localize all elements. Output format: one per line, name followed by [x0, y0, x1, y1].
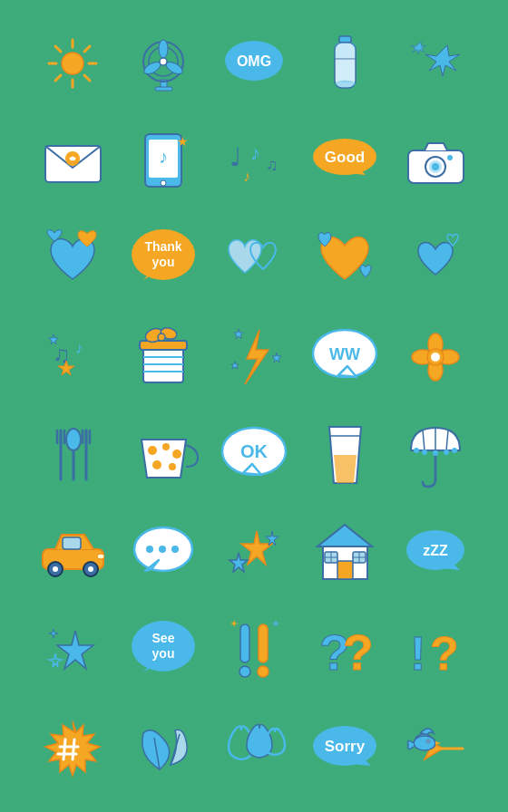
svg-rect-118 — [337, 561, 353, 579]
svg-text:you: you — [151, 255, 174, 269]
cell-bird — [390, 700, 481, 798]
cell-star-sparkle — [27, 602, 118, 700]
svg-text:?: ? — [343, 624, 374, 681]
svg-point-0 — [62, 53, 83, 74]
svg-line-143 — [64, 740, 65, 759]
cell-see-you: See you — [118, 602, 209, 700]
sticker-blue-hearts — [411, 235, 461, 285]
sticker-speech-dots — [132, 524, 195, 583]
svg-line-7 — [84, 46, 90, 52]
cell-water-drops — [209, 700, 299, 798]
cell-hearts-3 — [390, 210, 481, 308]
svg-marker-155 — [435, 741, 441, 745]
sticker-house — [316, 521, 375, 585]
svg-text:WW: WW — [329, 345, 360, 363]
svg-marker-114 — [230, 553, 248, 572]
svg-line-6 — [84, 75, 90, 81]
cell-car — [27, 504, 118, 602]
svg-marker-61 — [234, 329, 243, 339]
sticker-music-notes: ♩ ♪ ♫ ♪ — [225, 134, 284, 188]
cell-hashtag — [27, 700, 118, 798]
cell-question: ? ? — [299, 602, 390, 700]
svg-text:♪: ♪ — [243, 169, 250, 184]
cell-speech-dots — [118, 504, 209, 602]
sticker-sun — [45, 36, 100, 91]
sticker-sparkles — [406, 36, 465, 91]
svg-point-13 — [159, 40, 168, 58]
svg-line-5 — [55, 46, 61, 52]
svg-text:?: ? — [430, 627, 459, 680]
cell-cup — [118, 406, 209, 504]
cell-glass — [299, 406, 390, 504]
cell-ok: OK — [209, 406, 299, 504]
sticker-hashtag-burst — [44, 720, 103, 778]
sticker-notes-star: ♫ ♪ — [44, 328, 103, 387]
svg-line-144 — [73, 740, 74, 759]
svg-rect-20 — [339, 36, 351, 43]
sticker-stars-cluster — [225, 524, 284, 583]
cell-house — [299, 504, 390, 602]
svg-text:♪: ♪ — [250, 141, 260, 164]
sticker-thank-you: Thank you — [130, 227, 198, 291]
svg-point-87 — [169, 463, 176, 470]
cell-heart-orange — [299, 210, 390, 308]
sticker-flower — [411, 333, 461, 382]
cell-thank-you: Thank you — [118, 210, 209, 308]
svg-marker-62 — [272, 353, 281, 362]
svg-point-112 — [171, 546, 179, 553]
cell-tablet: ♪ ★ — [118, 112, 209, 210]
svg-rect-136 — [259, 624, 268, 662]
svg-rect-102 — [63, 537, 81, 549]
svg-rect-24 — [336, 60, 355, 82]
sticker-omg: OMG — [222, 39, 286, 89]
cell-fan — [118, 14, 209, 112]
svg-point-59 — [158, 334, 165, 341]
svg-point-97 — [422, 450, 427, 455]
svg-point-154 — [414, 736, 435, 750]
sticker-lightning-stars — [225, 328, 284, 387]
sticker-ww: WW — [311, 328, 379, 387]
svg-text:♪: ♪ — [159, 147, 168, 167]
sticker-camera — [406, 138, 465, 185]
svg-marker-63 — [231, 362, 239, 369]
sticker-grid: OMG — [18, 5, 490, 807]
sticker-water-bottle — [329, 34, 361, 93]
sticker-two-hearts — [225, 235, 284, 285]
svg-point-106 — [88, 566, 93, 572]
cell-utensils — [27, 406, 118, 504]
sticker-utensils — [48, 423, 98, 487]
svg-point-83 — [148, 446, 157, 455]
svg-text:Sorry: Sorry — [324, 738, 365, 755]
sticker-bird-arrow — [406, 720, 465, 778]
svg-point-104 — [53, 566, 58, 572]
sticker-cup — [134, 430, 193, 480]
cell-sorry: Sorry — [299, 700, 390, 798]
sticker-tablet: ♪ ★ — [141, 132, 186, 191]
cell-leaves — [118, 700, 209, 798]
svg-marker-60 — [245, 330, 269, 384]
cell-exclamation — [209, 602, 299, 700]
svg-text:★: ★ — [177, 134, 189, 149]
svg-point-42 — [432, 163, 439, 170]
cell-omg: OMG — [209, 14, 299, 112]
sticker-fan — [139, 36, 189, 91]
svg-text:!: ! — [410, 627, 425, 680]
cell-music-notes: ♩ ♪ ♫ ♪ — [209, 112, 299, 210]
svg-point-96 — [414, 448, 419, 453]
cell-notes-star: ♫ ♪ — [27, 308, 118, 406]
svg-point-29 — [161, 180, 166, 186]
cell-umbrella — [390, 406, 481, 504]
svg-point-99 — [444, 450, 449, 455]
svg-rect-10 — [155, 87, 172, 91]
svg-point-85 — [172, 450, 181, 459]
svg-text:♪: ♪ — [75, 339, 83, 357]
svg-marker-116 — [318, 525, 372, 546]
svg-point-157 — [427, 740, 429, 742]
svg-text:Good: Good — [324, 149, 364, 166]
svg-point-78 — [66, 429, 81, 450]
sticker-ok: OK — [220, 426, 288, 485]
sticker-sorry: Sorry — [311, 724, 379, 774]
sticker-glass — [325, 423, 366, 487]
cell-hearts-2 — [209, 210, 299, 308]
sticker-zzz: zZZ — [404, 528, 467, 578]
